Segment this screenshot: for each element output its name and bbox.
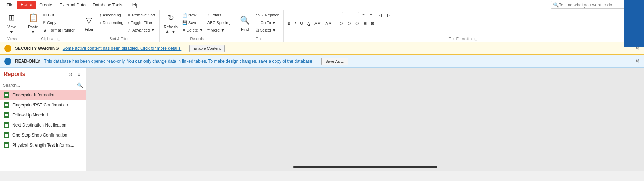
ribbon-group-text-formatting: ≡ ≡ →| |← B I U A̲ A▼ A▼ ⬡ ⬡ xyxy=(284,10,643,42)
save-as-button[interactable]: Save As ... xyxy=(321,58,348,65)
align-left[interactable]: ⬡ xyxy=(338,20,345,27)
sidebar-item-next-destination[interactable]: Next Destination Notification xyxy=(0,120,86,130)
ribbon-search[interactable]: 🔍 xyxy=(551,1,630,9)
italic-button[interactable]: I xyxy=(293,20,298,27)
goto-button[interactable]: → Go To ▼ xyxy=(254,19,281,26)
format-divider xyxy=(336,20,336,26)
paste-button[interactable]: 📋 Paste▼ xyxy=(25,11,41,36)
remove-sort-button[interactable]: ✕ Remove Sort xyxy=(126,11,157,19)
list-style-1[interactable]: ≡ xyxy=(360,11,366,19)
underline-button[interactable]: U xyxy=(298,20,305,27)
delete-button[interactable]: ✕ Delete ▼ xyxy=(180,27,205,34)
indent-increase[interactable]: →| xyxy=(375,11,384,19)
save-button[interactable]: 💾 Save xyxy=(180,19,205,26)
sidebar: Reports ⊙ « 🔍 Fingerprint Information Fi… xyxy=(0,68,86,171)
sidebar-item-follow-up[interactable]: Follow-Up Needed xyxy=(0,110,86,120)
filter-label: Filter xyxy=(85,27,93,32)
enable-content-button[interactable]: Enable Content xyxy=(189,45,225,52)
totals-button[interactable]: Σ Totals xyxy=(206,11,233,19)
find-button[interactable]: 🔍 Find xyxy=(237,11,253,36)
sidebar-item-physical-strength[interactable]: Physical Strength Test Informa... xyxy=(0,140,86,150)
clipboard-expand-icon[interactable]: ⊡ xyxy=(58,37,60,41)
ribbon-groups: ⊞ View▼ Views 📋 Paste▼ ✂ Cut xyxy=(0,10,644,42)
content-area xyxy=(86,68,644,171)
select-icon: ☑ xyxy=(256,28,259,33)
security-warning-message[interactable]: Some active content has been disabled. C… xyxy=(63,46,182,51)
spelling-button[interactable]: ABC Spelling xyxy=(206,19,233,26)
font-family-selector[interactable] xyxy=(286,12,343,18)
text-formatting-content: ≡ ≡ →| |← B I U A̲ A▼ A▼ ⬡ ⬡ xyxy=(286,11,640,36)
sidebar-search-input[interactable] xyxy=(3,83,75,88)
clipboard-content: 📋 Paste▼ ✂ Cut ⎘ Copy 🖌 Format Painter xyxy=(25,11,77,36)
sidebar-item-one-stop-shop[interactable]: One Stop Shop Confirmation xyxy=(0,130,86,140)
sidebar-item-label-0: Fingerprint Information xyxy=(12,92,56,97)
menu-home[interactable]: Home xyxy=(17,1,36,9)
cut-icon: ✂ xyxy=(43,13,47,18)
menu-database-tools[interactable]: Database Tools xyxy=(89,1,126,9)
filter-button[interactable]: ▽ Filter xyxy=(81,11,97,36)
bottom-scrollbar[interactable] xyxy=(293,166,437,168)
font-row: ≡ ≡ →| |← xyxy=(286,11,640,19)
font-size-selector[interactable] xyxy=(345,12,359,18)
ribbon-search-input[interactable] xyxy=(559,3,624,8)
menu-create[interactable]: Create xyxy=(36,1,56,9)
sidebar-item-fingerprint-pst[interactable]: Fingerprint/PST Confirmation xyxy=(0,100,86,110)
menu-file[interactable]: File xyxy=(3,1,17,9)
font-color-button[interactable]: A̲ xyxy=(305,20,312,27)
copy-button[interactable]: ⎘ Copy xyxy=(42,19,77,26)
gridlines-button[interactable]: ⊞ xyxy=(362,20,368,27)
highlight-button[interactable]: A▼ xyxy=(313,20,323,27)
readonly-close[interactable]: ✕ xyxy=(635,58,640,64)
view-icon: ⊞ xyxy=(8,13,15,23)
ascending-button[interactable]: ↑ Ascending xyxy=(98,11,125,19)
find-small-buttons: ab→ Replace → Go To ▼ ☑ Select ▼ xyxy=(254,11,281,34)
sidebar-collapse-button[interactable]: « xyxy=(75,71,82,78)
indent-decrease[interactable]: |← xyxy=(385,11,394,19)
align-right[interactable]: ⬡ xyxy=(354,20,361,27)
view-button[interactable]: ⊞ View▼ xyxy=(4,11,19,36)
menu-help[interactable]: Help xyxy=(126,1,142,9)
security-warning-title: SECURITY WARNING xyxy=(15,46,59,51)
view-label: View▼ xyxy=(7,24,16,35)
more-button[interactable]: ≡ More ▼ xyxy=(206,27,233,34)
select-button[interactable]: ☑ Select ▼ xyxy=(254,27,281,34)
text-format-expand-icon[interactable]: ⊡ xyxy=(474,37,477,41)
sidebar-search-icon[interactable]: 🔍 xyxy=(77,82,83,88)
info-icon: i xyxy=(4,58,12,65)
sort-filter-group-label: Sort & Filter xyxy=(81,36,157,42)
toggle-filter-icon: ↕ xyxy=(128,20,130,25)
cut-label: Cut xyxy=(48,13,54,17)
ribbon-group-find: 🔍 Find ab→ Replace → Go To ▼ ☑ Select ▼ xyxy=(235,10,284,42)
search-icon: 🔍 xyxy=(553,2,559,8)
sidebar-item-label-1: Fingerprint/PST Confirmation xyxy=(12,103,68,108)
align-center[interactable]: ⬡ xyxy=(346,20,353,27)
delete-icon: ✕ xyxy=(182,28,185,33)
totals-icon: Σ xyxy=(207,13,210,17)
delete-label: Delete ▼ xyxy=(187,28,203,32)
sidebar-configure-button[interactable]: ⊙ xyxy=(66,71,74,78)
sidebar-item-fingerprint-information[interactable]: Fingerprint Information xyxy=(0,90,86,100)
totals-label: Totals xyxy=(211,13,221,17)
menu-external-data[interactable]: External Data xyxy=(56,1,89,9)
refresh-all-button[interactable]: ↻ RefreshAll ▼ xyxy=(162,11,180,36)
cut-button[interactable]: ✂ Cut xyxy=(42,11,77,19)
advanced-button[interactable]: ☆ Advanced ▼ xyxy=(126,27,157,34)
security-warning-icon: ! xyxy=(4,45,12,52)
format-painter-button[interactable]: 🖌 Format Painter xyxy=(42,27,77,34)
toggle-filter-button[interactable]: ↕ Toggle Filter xyxy=(126,19,157,26)
find-group-label: Find xyxy=(237,36,281,42)
sidebar-item-label-2: Follow-Up Needed xyxy=(12,113,48,118)
report-icon-2 xyxy=(4,112,9,118)
spelling-label: Spelling xyxy=(216,20,230,25)
filter-small-buttons: ✕ Remove Sort ↕ Toggle Filter ☆ Advanced… xyxy=(126,11,157,34)
new-button[interactable]: 📄 New xyxy=(180,11,205,19)
bold-button[interactable]: B xyxy=(286,20,292,27)
alternating-rows[interactable]: ⊟ xyxy=(369,20,376,27)
replace-button[interactable]: ab→ Replace xyxy=(254,11,281,19)
background-color-button[interactable]: A▼ xyxy=(323,20,334,27)
save-label: Save xyxy=(188,20,197,25)
list-style-2[interactable]: ≡ xyxy=(368,11,374,19)
refresh-icon: ↻ xyxy=(167,13,174,23)
descending-button[interactable]: ↓ Descending xyxy=(98,19,125,26)
records-content: ↻ RefreshAll ▼ 📄 New 💾 Save ✕ Delete ▼ xyxy=(162,11,233,36)
